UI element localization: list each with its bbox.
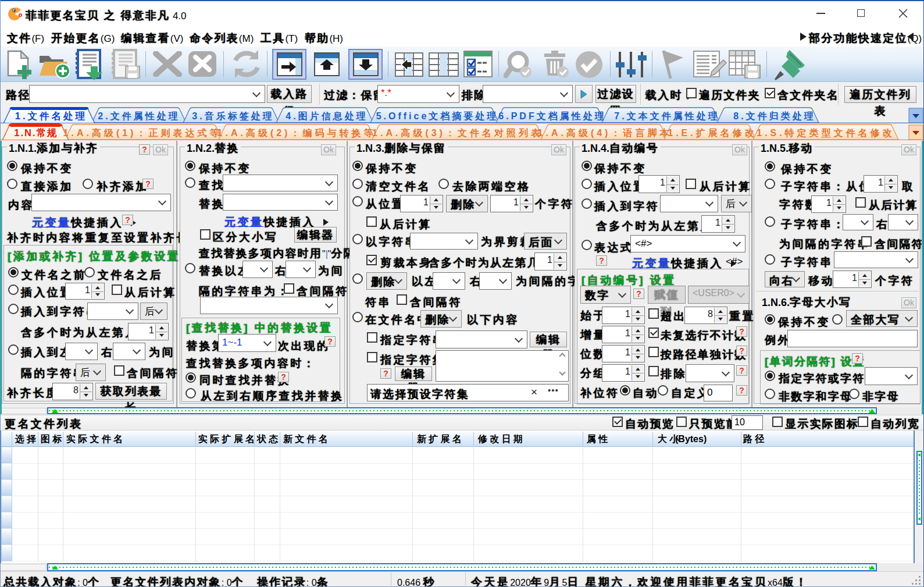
svg-text:2.文件属性处理: 2.文件属性处理 <box>98 111 180 121</box>
svg-text:1.A.高级(3)：文件名对照列表: 1.A.高级(3)：文件名对照列表 <box>372 127 543 138</box>
svg-text:路径: 路径 <box>743 433 767 444</box>
svg-text:修改日期: 修改日期 <box>477 434 525 444</box>
svg-text:3.音乐标签处理: 3.音乐标签处理 <box>192 111 274 121</box>
svg-text:1.N.常规: 1.N.常规 <box>14 127 58 138</box>
svg-text:属性: 属性 <box>586 434 611 444</box>
svg-text:5.Office文档摘要处理: 5.Office文档摘要处理 <box>376 111 499 121</box>
svg-text:(Bytes): (Bytes) <box>675 434 707 444</box>
svg-text:1.S.特定类型文件名修改: 1.S.特定类型文件名修改 <box>757 127 894 138</box>
svg-text:新文件名: 新文件名 <box>283 433 330 444</box>
svg-text:实际扩展名: 实际扩展名 <box>198 434 258 444</box>
svg-text:1.A.高级(4)：语言脚本: 1.A.高级(4)：语言脚本 <box>538 127 672 138</box>
svg-text:图标: 图标 <box>41 434 65 444</box>
svg-text:1.E.扩展名修改: 1.E.扩展名修改 <box>668 128 757 138</box>
svg-text:7.文本文件属性处理: 7.文本文件属性处理 <box>614 111 719 121</box>
svg-text:6.PDF文档属性处理: 6.PDF文档属性处理 <box>498 111 606 121</box>
svg-text:新扩展名: 新扩展名 <box>416 434 464 444</box>
svg-text:4.图片信息处理: 4.图片信息处理 <box>286 111 368 121</box>
svg-text:1.A.高级(1)：正则表达式等: 1.A.高级(1)：正则表达式等 <box>63 127 222 138</box>
svg-text:实际文件名: 实际文件名 <box>66 433 126 444</box>
svg-text:8.文件归类处理: 8.文件归类处理 <box>733 111 815 121</box>
svg-text:状态: 状态 <box>256 434 281 444</box>
svg-text:选择: 选择 <box>15 434 39 444</box>
svg-text:1.文件名处理: 1.文件名处理 <box>15 111 87 121</box>
svg-text:1.A.高级(2)：编码与转换等: 1.A.高级(2)：编码与转换等 <box>217 127 376 138</box>
